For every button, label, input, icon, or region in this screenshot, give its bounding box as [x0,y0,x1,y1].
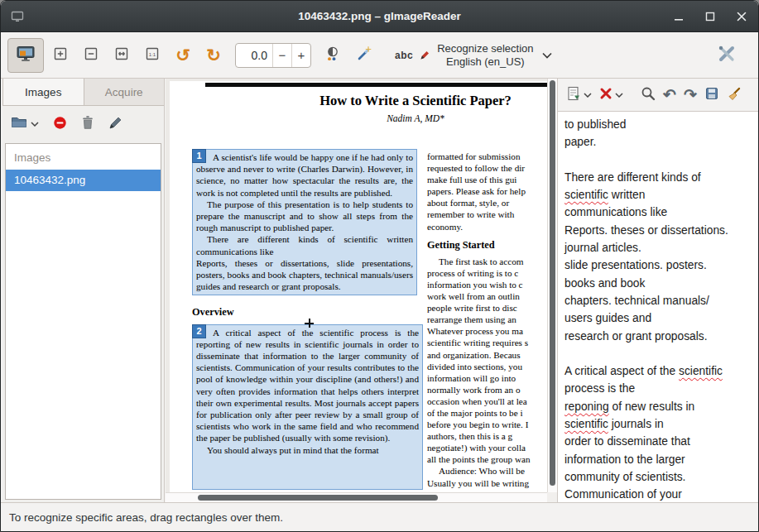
output-line[interactable]: scientific journals in [564,415,753,433]
window-title: 10463432.png – gImageReader [1,1,758,32]
document-line: all the points the group wan [427,453,547,465]
region-number-badge: 1 [192,149,206,163]
document-title: How to Write a Scientific Paper? [170,93,547,109]
chevron-down-icon [584,93,592,98]
close-button[interactable] [732,7,752,26]
minimize-button[interactable] [669,7,689,26]
selection-region-2[interactable]: 2 A critical aspect of the scientific pr… [192,324,423,490]
document-line: Usually you will be writing [427,477,547,489]
document-line: scientific writing requires s [427,337,547,348]
output-line[interactable]: process is the [564,380,753,397]
sources-tabbar: Images Acquire [2,79,164,106]
document-paragraph: Reports, theses or dissertations, slide … [196,257,413,293]
zoom-fit-button[interactable] [108,38,136,73]
vertical-scrollbar[interactable] [547,79,557,494]
titlebar[interactable]: 10463432.png – gImageReader [1,1,758,32]
document-page[interactable]: How to Write a Scientific Paper? Nadim A… [170,81,547,493]
document-line: work well from an outlin [427,290,547,302]
horizontal-scrollbar-thumb[interactable] [198,495,438,501]
delete-image-button[interactable] [81,115,94,133]
image-list[interactable]: Images 10463432.png [5,143,161,500]
magic-wand-icon [355,46,372,65]
save-output-button[interactable] [704,86,719,104]
rotation-decrease-button[interactable]: − [272,44,291,67]
recognize-button[interactable]: abc Recognize selection English (en_US) [385,37,563,74]
selection-region-1[interactable]: 1 A scientist's life would be happy one … [192,149,417,295]
output-line[interactable] [564,345,753,362]
output-line[interactable]: reponing of new results in [564,398,753,415]
zoom-original-button[interactable]: 1:1 [138,38,166,73]
rotation-increase-button[interactable]: + [291,44,310,67]
brush-icon [727,86,742,104]
output-line[interactable]: slide presentations. posters. [564,256,753,274]
page-viewport[interactable]: How to Write a Scientific Paper? Nadim A… [170,81,547,493]
maximize-button[interactable] [700,7,720,26]
output-line[interactable]: scientific written [564,186,753,204]
rotation-value[interactable]: 0.0 [236,44,272,67]
document-right-column: formatted for submissionrequested to fol… [427,151,547,489]
rotation-spinbox[interactable]: 0.0 − + [235,43,311,68]
document-line: and organization. Becaus [427,349,547,361]
document-line: occasion when you'll at lea [427,395,547,407]
document-line: process of writing is to c [427,267,547,279]
output-line[interactable]: journal articles. [564,239,753,256]
output-line[interactable]: order to disseminate that [564,433,753,450]
output-line[interactable]: A critical aspect of the scientific [564,362,753,380]
insert-mode-button[interactable] [566,86,592,104]
preferences-button[interactable] [710,38,743,73]
chevron-down-icon [31,122,39,127]
image-controls-button[interactable] [319,38,347,73]
image-list-item[interactable]: 10463432.png [6,170,161,191]
zoom-out-button[interactable] [77,38,105,73]
output-line[interactable]: information to the larger [564,451,753,468]
output-line[interactable]: There are different kinds of [564,169,753,186]
scrollbar-corner [547,492,557,502]
rotate-left-button[interactable]: ↺ [169,38,197,73]
status-bar: To recognize specific areas, drag rectan… [1,502,758,531]
text-segment: Reports. theses or dissertations. [564,224,728,237]
horizontal-scrollbar[interactable] [166,492,547,502]
tab-acquire[interactable]: Acquire [84,79,165,105]
document-paragraph: A critical aspect of the scientific proc… [196,327,419,444]
text-segment: communications like [564,206,667,218]
rotate-right-button[interactable]: ↻ [199,38,228,73]
output-text-area[interactable]: to publishedpaper.There are different ki… [558,112,758,502]
tab-images[interactable]: Images [2,79,84,105]
auto-layout-button[interactable] [349,38,377,73]
document-canvas[interactable]: How to Write a Scientific Paper? Nadim A… [166,79,557,502]
undo-button[interactable]: ↶ [663,87,676,103]
open-image-button[interactable] [11,116,39,132]
text-segment: There are different kinds of [564,171,701,184]
output-line[interactable]: to published [564,116,753,133]
show-controls-toggle[interactable] [7,38,44,73]
output-line[interactable]: Reports. theses or dissertations. [564,222,753,239]
find-replace-button[interactable] [641,86,656,104]
output-line[interactable]: chapters. technical manuals/ [564,292,753,309]
text-segment: research or grant proposals. [564,330,708,343]
document-author: Nadim A, MD* [170,113,547,123]
document-line: rearrange them using an [427,314,547,325]
output-line[interactable]: paper. [564,133,753,151]
ocr-pencil-icon [420,48,430,63]
window-controls [669,7,752,26]
strip-linebreaks-button[interactable] [599,87,623,103]
output-line[interactable]: communications like [564,204,753,221]
clear-output-button[interactable] [727,86,742,104]
right-column-paragraph: Audience: Who will beUsually you will be… [427,465,547,488]
recognize-language-label: English (en_US) [446,55,525,69]
remove-image-button[interactable] [53,116,67,133]
pencil-icon [108,115,123,133]
redo-button[interactable]: ↷ [684,87,697,103]
rotate-right-icon: ↻ [206,46,221,64]
output-line[interactable]: Communication of your [564,486,753,502]
edit-image-button[interactable] [108,115,123,133]
output-line[interactable]: users guides and [564,309,753,327]
output-line[interactable] [564,151,753,169]
output-line[interactable]: community of scientists. [564,468,753,486]
document-line: The first task to accom [427,256,547,267]
vertical-scrollbar-thumb[interactable] [550,80,555,486]
zoom-in-button[interactable] [46,38,74,73]
output-line[interactable]: research or grant proposals. [564,328,753,345]
output-line[interactable]: books and book [564,275,753,292]
getting-started-heading: Getting Started [427,239,547,251]
